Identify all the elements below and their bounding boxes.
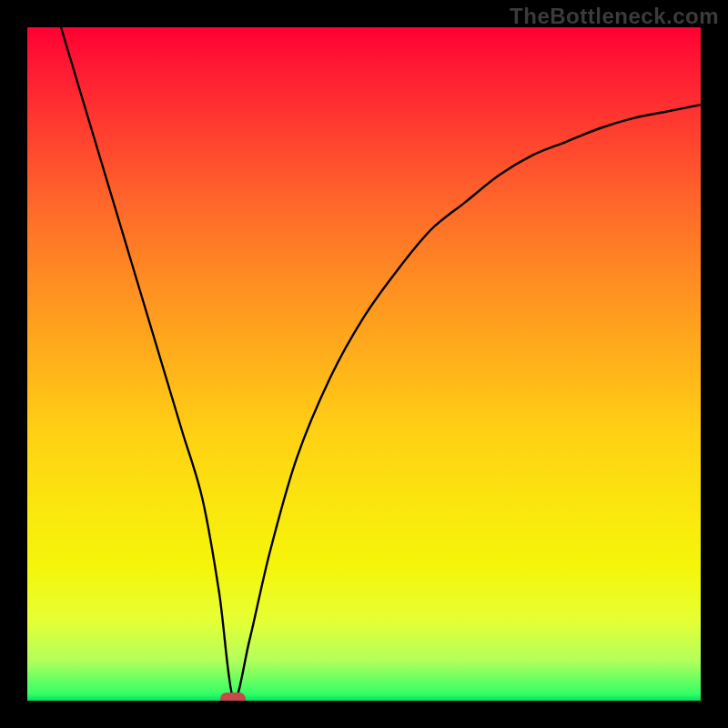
bottleneck-curve — [27, 27, 701, 701]
watermark-text: TheBottleneck.com — [510, 4, 719, 29]
curve-path — [61, 27, 701, 700]
chart-stage: TheBottleneck.com — [0, 0, 728, 728]
minimum-marker — [220, 693, 246, 701]
plot-area — [27, 27, 701, 701]
